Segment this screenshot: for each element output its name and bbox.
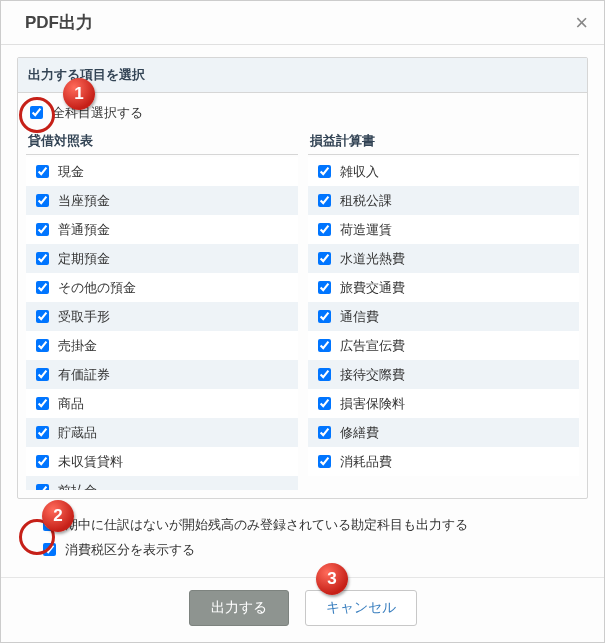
pl-item-label: 旅費交通費 xyxy=(340,279,405,297)
extra-options: 期中に仕訳はないが開始残高のみ登録されている勘定科目も出力する 消費税区分を表示… xyxy=(17,499,588,569)
balance-item-checkbox[interactable] xyxy=(36,165,49,178)
pl-item-checkbox[interactable] xyxy=(318,455,331,468)
list-item[interactable]: 商品 xyxy=(26,389,298,418)
list-item[interactable]: 荷造運賃 xyxy=(308,215,580,244)
pl-item-checkbox[interactable] xyxy=(318,426,331,439)
modal-header: PDF出力 × xyxy=(1,1,604,45)
cancel-button[interactable]: キャンセル xyxy=(305,590,417,626)
select-all-row: 全科目選択する xyxy=(18,93,587,128)
balance-item-checkbox[interactable] xyxy=(36,368,49,381)
profit-loss-list[interactable]: 雑収入租税公課荷造運賃水道光熱費旅費交通費通信費広告宣伝費接待交際費損害保険料修… xyxy=(308,157,580,490)
pl-item-checkbox[interactable] xyxy=(318,252,331,265)
balance-item-checkbox[interactable] xyxy=(36,281,49,294)
balance-sheet-title: 貸借対照表 xyxy=(26,128,298,155)
balance-item-label: 有価証券 xyxy=(58,366,110,384)
balance-item-label: 定期預金 xyxy=(58,250,110,268)
pl-item-label: 雑収入 xyxy=(340,163,379,181)
list-item[interactable]: 有価証券 xyxy=(26,360,298,389)
modal-footer: 出力する キャンセル xyxy=(1,577,604,642)
balance-item-checkbox[interactable] xyxy=(36,310,49,323)
balance-item-label: 貯蔵品 xyxy=(58,424,97,442)
list-item[interactable]: 受取手形 xyxy=(26,302,298,331)
profit-loss-column: 損益計算書 雑収入租税公課荷造運賃水道光熱費旅費交通費通信費広告宣伝費接待交際費… xyxy=(308,128,580,490)
pl-item-checkbox[interactable] xyxy=(318,165,331,178)
pl-item-label: 水道光熱費 xyxy=(340,250,405,268)
list-item[interactable]: 旅費交通費 xyxy=(308,273,580,302)
pl-item-label: 租税公課 xyxy=(340,192,392,210)
pdf-output-modal: PDF出力 × 出力する項目を選択 全科目選択する 貸借対照表 現金当座預金普通… xyxy=(0,0,605,643)
list-item[interactable]: 売掛金 xyxy=(26,331,298,360)
output-button[interactable]: 出力する xyxy=(189,590,289,626)
list-item[interactable]: 普通預金 xyxy=(26,215,298,244)
balance-item-checkbox[interactable] xyxy=(36,426,49,439)
pl-item-checkbox[interactable] xyxy=(318,368,331,381)
pl-item-label: 修繕費 xyxy=(340,424,379,442)
list-item[interactable]: 租税公課 xyxy=(308,186,580,215)
output-zero-opening-checkbox[interactable] xyxy=(43,518,56,531)
balance-item-checkbox[interactable] xyxy=(36,455,49,468)
list-item[interactable]: 貯蔵品 xyxy=(26,418,298,447)
pl-item-checkbox[interactable] xyxy=(318,397,331,410)
list-item[interactable]: 水道光熱費 xyxy=(308,244,580,273)
balance-item-label: 未収賃貸料 xyxy=(58,453,123,471)
list-item[interactable]: 未収賃貸料 xyxy=(26,447,298,476)
list-item[interactable]: 当座預金 xyxy=(26,186,298,215)
pl-item-label: 荷造運賃 xyxy=(340,221,392,239)
list-item[interactable]: 定期預金 xyxy=(26,244,298,273)
profit-loss-title: 損益計算書 xyxy=(308,128,580,155)
pl-item-label: 消耗品費 xyxy=(340,453,392,471)
list-item[interactable]: 接待交際費 xyxy=(308,360,580,389)
output-items-group: 出力する項目を選択 全科目選択する 貸借対照表 現金当座預金普通預金定期預金その… xyxy=(17,57,588,499)
list-item[interactable]: 消耗品費 xyxy=(308,447,580,476)
pl-item-checkbox[interactable] xyxy=(318,339,331,352)
pl-item-checkbox[interactable] xyxy=(318,194,331,207)
pl-item-label: 接待交際費 xyxy=(340,366,405,384)
balance-item-checkbox[interactable] xyxy=(36,223,49,236)
balance-sheet-list[interactable]: 現金当座預金普通預金定期預金その他の預金受取手形売掛金有価証券商品貯蔵品未収賃貸… xyxy=(26,157,298,490)
balance-item-label: 当座預金 xyxy=(58,192,110,210)
columns: 貸借対照表 現金当座預金普通預金定期預金その他の預金受取手形売掛金有価証券商品貯… xyxy=(18,128,587,498)
list-item[interactable]: その他の預金 xyxy=(26,273,298,302)
list-item[interactable]: 広告宣伝費 xyxy=(308,331,580,360)
show-tax-category-checkbox[interactable] xyxy=(43,543,56,556)
balance-item-checkbox[interactable] xyxy=(36,484,49,490)
select-all-text: 全科目選択する xyxy=(52,104,143,122)
balance-item-checkbox[interactable] xyxy=(36,194,49,207)
balance-item-label: 売掛金 xyxy=(58,337,97,355)
pl-item-checkbox[interactable] xyxy=(318,223,331,236)
select-all-checkbox[interactable] xyxy=(30,106,43,119)
balance-item-label: 前払金 xyxy=(58,482,97,491)
list-item[interactable]: 現金 xyxy=(26,157,298,186)
output-zero-opening-option[interactable]: 期中に仕訳はないが開始残高のみ登録されている勘定科目も出力する xyxy=(39,515,582,534)
pl-item-checkbox[interactable] xyxy=(318,281,331,294)
list-item[interactable]: 雑収入 xyxy=(308,157,580,186)
list-item[interactable]: 前払金 xyxy=(26,476,298,490)
balance-item-label: 商品 xyxy=(58,395,84,413)
balance-item-checkbox[interactable] xyxy=(36,252,49,265)
select-all-label[interactable]: 全科目選択する xyxy=(26,103,579,122)
output-zero-opening-text: 期中に仕訳はないが開始残高のみ登録されている勘定科目も出力する xyxy=(65,516,468,534)
balance-sheet-column: 貸借対照表 現金当座預金普通預金定期預金その他の預金受取手形売掛金有価証券商品貯… xyxy=(26,128,298,490)
pl-item-label: 損害保険料 xyxy=(340,395,405,413)
balance-item-checkbox[interactable] xyxy=(36,397,49,410)
show-tax-category-option[interactable]: 消費税区分を表示する xyxy=(39,540,582,559)
group-header: 出力する項目を選択 xyxy=(18,58,587,93)
pl-item-label: 通信費 xyxy=(340,308,379,326)
modal-body: 出力する項目を選択 全科目選択する 貸借対照表 現金当座預金普通預金定期預金その… xyxy=(1,45,604,577)
balance-item-label: 普通預金 xyxy=(58,221,110,239)
modal-title: PDF出力 xyxy=(25,11,93,34)
list-item[interactable]: 修繕費 xyxy=(308,418,580,447)
balance-item-label: 現金 xyxy=(58,163,84,181)
list-item[interactable]: 損害保険料 xyxy=(308,389,580,418)
show-tax-category-text: 消費税区分を表示する xyxy=(65,541,195,559)
list-item[interactable]: 通信費 xyxy=(308,302,580,331)
balance-item-label: その他の預金 xyxy=(58,279,136,297)
balance-item-checkbox[interactable] xyxy=(36,339,49,352)
pl-item-label: 広告宣伝費 xyxy=(340,337,405,355)
close-icon[interactable]: × xyxy=(575,12,588,34)
balance-item-label: 受取手形 xyxy=(58,308,110,326)
pl-item-checkbox[interactable] xyxy=(318,310,331,323)
